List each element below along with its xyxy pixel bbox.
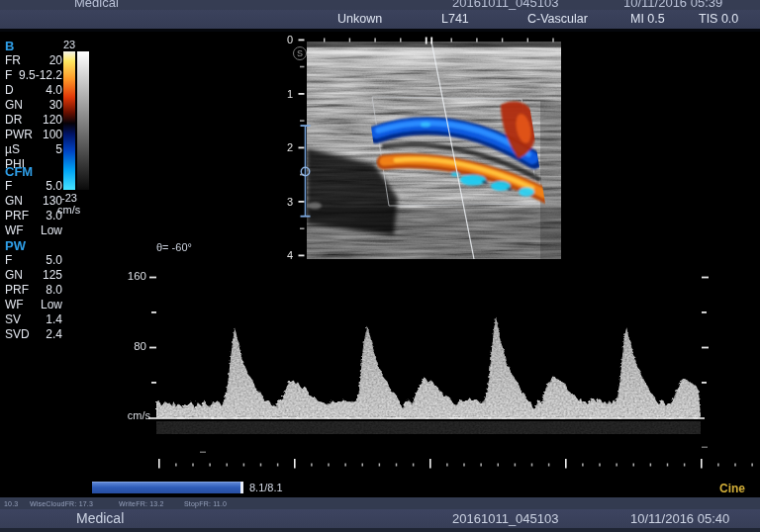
param-row: F5.0 (5, 253, 62, 268)
tis-value: TIS 0.0 (699, 12, 738, 26)
param-label: DR (5, 113, 22, 128)
depth-label-3: 3 (273, 196, 293, 208)
param-label: SV (5, 312, 21, 327)
param-value: 1.4 (46, 312, 62, 327)
param-value: 20 (49, 53, 62, 68)
param-row: GN30 (5, 98, 62, 113)
pw-title: PW (5, 238, 62, 251)
param-label: D (5, 83, 14, 98)
skin-layer-band (307, 45, 561, 71)
param-value: Low (41, 223, 62, 238)
ultrasound-image[interactable] (307, 42, 561, 259)
pw-rows: F5.0GN125PRF8.0WFLowSV1.4SVD2.4 (5, 253, 62, 342)
fps-value: 10.3 (4, 500, 18, 507)
doppler-angle-label: θ= -60° (156, 241, 192, 253)
param-label: F (5, 179, 12, 194)
cfm-rows: F5.0GN130PRF3.0WFLow (5, 179, 62, 238)
param-value: 30 (49, 98, 62, 113)
param-row: PWR100 (5, 128, 62, 142)
patient-name: Unkown (337, 12, 382, 26)
param-label: PRF (5, 209, 29, 223)
param-value: Low (41, 298, 62, 312)
cine-progress-cap (240, 482, 243, 493)
cine-progress-label: 8.1/8.1 (249, 482, 283, 493)
stop-fr: StopFR: 11.0 (184, 500, 227, 507)
param-row: µS5 (5, 142, 62, 157)
param-label: µS (5, 142, 20, 157)
param-row: SVD2.4 (5, 327, 62, 342)
param-value: 4.0 (46, 83, 62, 98)
param-label: PRF (5, 283, 29, 298)
param-value: 100 (43, 128, 62, 142)
param-row: WFLow (5, 223, 62, 238)
top-divider (0, 29, 760, 32)
doppler-spectrum-trace (148, 275, 705, 434)
datetime: 10/11/2016 05:39 (623, 0, 722, 10)
depth-label-4: 4 (273, 249, 293, 261)
param-label: PWR (5, 128, 33, 142)
preset-label: C-Vascular (527, 12, 588, 26)
param-label: FR (5, 53, 21, 68)
exam-info-bar: Unkown L741 C-Vascular MI 0.5 TIS 0.0 (0, 10, 760, 29)
velocity-unit-label: cm/s (119, 409, 150, 421)
param-row: F9.5-12.2 (5, 68, 62, 83)
param-label: GN (5, 98, 23, 113)
param-row: F5.0 (5, 179, 62, 194)
write-fr: WriteFR: 13.2 (119, 500, 164, 507)
frame-rate-status-bar: 10.3 WiseCloudFR: 17.3 WriteFR: 13.2 Sto… (0, 497, 760, 509)
bottom-edge-strip (0, 528, 760, 532)
b-mode-title: B (5, 39, 62, 51)
wisecloud-fr: WiseCloudFR: 17.3 (30, 500, 93, 507)
color-velocity-bar (63, 51, 75, 190)
cfm-title: CFM (5, 164, 62, 177)
param-value: 9.5-12.2 (19, 68, 62, 83)
app-title: Medical (74, 0, 119, 10)
grayscale-bar (77, 51, 89, 190)
param-value: 8.0 (46, 283, 62, 298)
param-row: SV1.4 (5, 312, 62, 327)
param-label: WF (5, 298, 24, 312)
velocity-label-160: 160 (117, 270, 146, 282)
vendor-logo: S (293, 46, 307, 60)
param-row: FR20 (5, 53, 62, 68)
ultrasound-screen: Medical 20161011_045103 10/11/2016 05:39… (0, 0, 760, 532)
velocity-label-80: 80 (117, 340, 146, 352)
param-row: GN125 (5, 268, 62, 283)
colorbar-max-label: 23 (63, 39, 75, 50)
cine-mode-label: Cine (719, 482, 745, 495)
title-bar: Medical 20161011_045103 10/11/2016 05:39 (0, 0, 760, 10)
colorbar-min-label: -23 (61, 192, 77, 204)
param-value: 5.0 (46, 179, 62, 194)
param-row: GN130 (5, 194, 62, 209)
param-value: 125 (43, 268, 62, 283)
bottom-datetime: 10/11/2016 05:40 (630, 511, 729, 526)
param-row: D4.0 (5, 83, 62, 98)
param-label: SVD (5, 327, 30, 342)
bottom-title-bar: Medical 20161011_045103 10/11/2016 05:40 (0, 509, 760, 528)
param-value: 5 (55, 142, 62, 157)
param-row: WFLow (5, 298, 62, 312)
b-mode-panel: B FR20F9.5-12.2D4.0GN30DR120PWR100µS5PHI (5, 39, 62, 172)
b-mode-rows: FR20F9.5-12.2D4.0GN30DR120PWR100µS5PHI (5, 53, 62, 172)
param-label: WF (5, 223, 24, 238)
param-label: F (5, 253, 12, 268)
param-value: 2.4 (46, 327, 62, 342)
mi-value: MI 0.5 (630, 12, 665, 26)
param-row: DR120 (5, 113, 62, 128)
param-row: PRF3.0 (5, 209, 62, 223)
param-row: PRF8.0 (5, 283, 62, 298)
param-value: 5.0 (46, 253, 62, 268)
depth-label-2: 2 (273, 141, 293, 153)
pw-panel: PW F5.0GN125PRF8.0WFLowSV1.4SVD2.4 (5, 238, 62, 342)
cine-progress-bar[interactable] (92, 482, 240, 493)
depth-label-0: 0 (273, 34, 293, 45)
param-label: F (5, 68, 12, 83)
depth-label-1: 1 (273, 88, 293, 100)
bottom-app-title: Medical (76, 510, 124, 526)
param-label: GN (5, 194, 23, 209)
colorbar-unit-label: cm/s (57, 204, 80, 216)
param-label: GN (5, 268, 23, 283)
param-value: 120 (43, 113, 62, 128)
probe-label: L741 (441, 12, 469, 26)
bottom-study-id: 20161011_045103 (452, 511, 559, 526)
